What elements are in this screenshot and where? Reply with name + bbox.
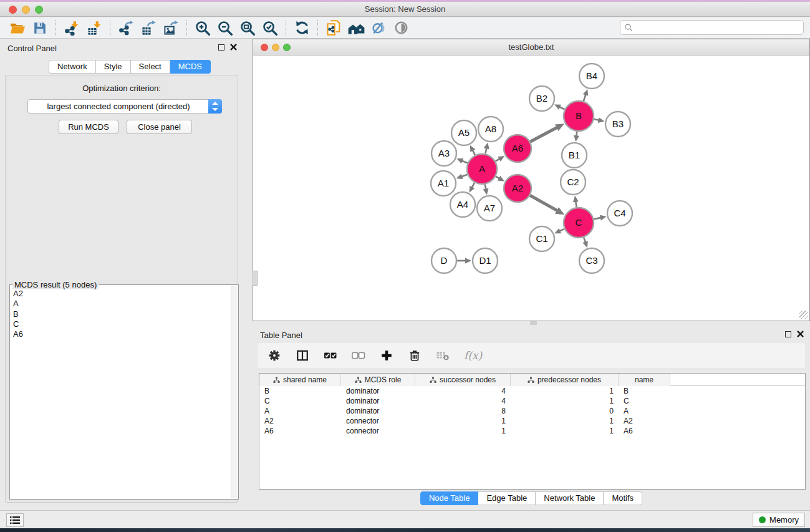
zoom-window-button[interactable] <box>35 6 43 14</box>
close-panel-button[interactable]: Close panel <box>127 120 192 134</box>
close-panel-icon[interactable] <box>230 44 237 51</box>
tab-edge-table[interactable]: Edge Table <box>478 491 536 505</box>
close-window-button[interactable] <box>9 6 17 14</box>
edge-C-C4[interactable] <box>594 218 600 220</box>
task-history-button[interactable] <box>6 513 24 527</box>
table-cell[interactable]: A <box>619 406 670 416</box>
import-table-icon[interactable] <box>83 19 105 37</box>
edge-A6-B[interactable] <box>530 127 557 142</box>
tab-node-table[interactable]: Node Table <box>420 491 479 505</box>
split-view-icon[interactable] <box>296 349 309 362</box>
hide-glasses-icon[interactable] <box>367 19 390 37</box>
edge-A-A7[interactable] <box>485 185 486 190</box>
mcds-result-item[interactable]: C <box>11 319 231 329</box>
zoom-out-icon[interactable] <box>214 19 236 37</box>
zoom-network-window-button[interactable] <box>283 44 291 51</box>
table-cell[interactable]: 8 <box>415 406 511 416</box>
home-icon[interactable] <box>345 19 367 37</box>
resize-grip-icon[interactable] <box>799 311 808 319</box>
edge-A-A5[interactable] <box>473 150 475 155</box>
refresh-icon[interactable] <box>291 19 313 37</box>
edge-C-C2[interactable] <box>576 201 576 208</box>
table-row[interactable]: Adominator80A <box>259 406 805 416</box>
mcds-result-item[interactable]: A6 <box>11 329 231 339</box>
memory-button[interactable]: Memory <box>753 513 805 527</box>
export-network-icon[interactable] <box>115 19 137 37</box>
float-panel-icon[interactable] <box>218 44 224 51</box>
table-cell[interactable]: C <box>259 396 341 406</box>
edge-A-A6[interactable] <box>496 159 500 162</box>
table-cell[interactable]: connector <box>341 426 415 436</box>
table-cell[interactable]: 4 <box>415 396 511 406</box>
table-row[interactable]: A6connector11A6 <box>259 426 805 436</box>
tab-mcds[interactable]: MCDS <box>170 60 211 74</box>
edge-B-B4[interactable] <box>584 94 586 101</box>
edge-A-A3[interactable] <box>462 161 468 163</box>
column-header-shared-name[interactable]: shared name <box>259 374 341 386</box>
zoom-in-icon[interactable] <box>191 19 214 37</box>
edge-A-A2[interactable] <box>496 177 499 178</box>
edge-C-C3[interactable] <box>584 238 586 243</box>
column-header-successor-nodes[interactable]: successor nodes <box>415 374 511 386</box>
node-table[interactable]: shared nameMCDS rolesuccessor nodesprede… <box>259 373 806 490</box>
select-all-checkboxes-icon[interactable] <box>324 349 337 362</box>
tab-motifs[interactable]: Motifs <box>604 491 642 505</box>
edge-A-A8[interactable] <box>485 148 486 153</box>
mcds-result-item[interactable]: A <box>11 299 231 309</box>
result-list-scrollbar[interactable] <box>231 286 238 498</box>
table-cell[interactable]: 0 <box>511 406 619 416</box>
table-cell[interactable]: 1 <box>511 396 619 406</box>
splitpane-collapse-handle[interactable] <box>530 321 537 325</box>
close-panel-icon[interactable] <box>797 331 804 337</box>
table-cell[interactable]: 1 <box>511 426 619 436</box>
zoom-fit-icon[interactable] <box>236 19 259 37</box>
mcds-result-item[interactable]: B <box>11 309 231 319</box>
edge-A-A4[interactable] <box>472 183 475 188</box>
close-network-window-button[interactable] <box>261 44 268 51</box>
zoom-selected-icon[interactable] <box>259 19 281 37</box>
table-cell[interactable]: dominator <box>341 396 415 406</box>
export-table-icon[interactable] <box>137 19 160 37</box>
edge-B-B1[interactable] <box>576 132 577 136</box>
copy-network-view-icon[interactable] <box>322 19 345 37</box>
tab-network-table[interactable]: Network Table <box>536 491 604 505</box>
splitpane-collapse-handle[interactable] <box>253 271 258 286</box>
table-cell[interactable]: 1 <box>511 416 619 426</box>
network-window-titlebar[interactable]: testGlobe.txt <box>253 39 809 56</box>
table-cell[interactable]: A2 <box>259 416 341 426</box>
float-panel-icon[interactable] <box>785 331 791 337</box>
search-field[interactable] <box>620 20 804 35</box>
table-cell[interactable]: C <box>619 396 670 406</box>
settings-gear-icon[interactable] <box>268 349 281 362</box>
table-cell[interactable]: A2 <box>619 416 670 426</box>
minimize-network-window-button[interactable] <box>272 44 279 51</box>
save-session-icon[interactable] <box>29 19 51 37</box>
table-cell[interactable]: 4 <box>415 386 511 396</box>
delete-icon[interactable] <box>408 349 422 362</box>
open-session-icon[interactable] <box>6 19 29 37</box>
edge-A-A1[interactable] <box>461 175 467 177</box>
export-image-icon[interactable] <box>160 19 182 37</box>
tab-style[interactable]: Style <box>96 60 131 74</box>
table-cell[interactable]: A6 <box>259 426 341 436</box>
table-cell[interactable]: 1 <box>415 426 511 436</box>
table-cell[interactable]: connector <box>341 416 415 426</box>
minimize-window-button[interactable] <box>22 6 30 14</box>
table-cell[interactable]: B <box>619 386 670 396</box>
table-row[interactable]: A2connector11A2 <box>259 416 805 426</box>
edge-A2-C[interactable] <box>530 195 557 211</box>
mcds-result-item[interactable]: A2 <box>11 289 231 299</box>
tab-network[interactable]: Network <box>49 60 96 74</box>
tab-select[interactable]: Select <box>131 60 170 74</box>
table-cell[interactable]: dominator <box>341 386 415 396</box>
import-network-icon[interactable] <box>60 19 83 37</box>
edge-B-B3[interactable] <box>594 119 599 120</box>
optimization-criterion-dropdown[interactable]: largest connected component (directed) <box>27 99 222 114</box>
edge-C-C1[interactable] <box>559 229 564 231</box>
column-header-predecessor-nodes[interactable]: predecessor nodes <box>511 374 619 386</box>
table-cell[interactable]: 1 <box>415 416 511 426</box>
add-column-icon[interactable] <box>380 349 393 362</box>
column-header-name[interactable]: name <box>619 374 670 386</box>
search-input[interactable] <box>633 21 803 34</box>
table-row[interactable]: Cdominator41C <box>259 396 805 406</box>
